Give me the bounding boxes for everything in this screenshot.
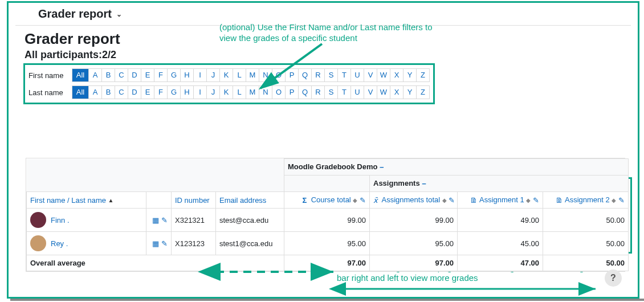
filter-letter[interactable]: Y xyxy=(403,68,417,82)
filter-letter[interactable]: P xyxy=(286,85,299,99)
cell-grade-item[interactable]: 49.00 xyxy=(458,209,543,232)
filter-letter[interactable]: R xyxy=(312,68,325,82)
cell-assignments-total[interactable]: 95.00 xyxy=(370,232,458,255)
filter-letter[interactable]: Z xyxy=(417,85,430,99)
filter-letter[interactable]: K xyxy=(220,68,233,82)
filter-letter[interactable]: I xyxy=(194,85,207,99)
header-assignment-2[interactable]: 🗎 Assignment 2 ◆ ✎ xyxy=(543,192,629,209)
sort-icon[interactable]: ◆ xyxy=(353,197,357,203)
name-filters: First name AllABCDEFGHIJKLMNOPQRSTUVWXYZ… xyxy=(23,63,435,104)
filter-letter[interactable]: I xyxy=(194,68,207,82)
filter-letter[interactable]: Q xyxy=(299,85,312,99)
cell-grade-item[interactable]: 50.00 xyxy=(543,209,629,232)
collapse-icon[interactable]: − xyxy=(380,163,384,172)
header-email[interactable]: Email address xyxy=(216,192,284,209)
grid-icon[interactable]: ▦ xyxy=(152,239,159,248)
cell-name[interactable]: Finn . xyxy=(27,209,146,232)
filter-letter[interactable]: N xyxy=(259,85,272,99)
header-name[interactable]: First name / Last name ▲ xyxy=(27,192,146,209)
filter-letter-all[interactable]: All xyxy=(72,68,89,82)
filter-letter-all[interactable]: All xyxy=(72,85,89,99)
filter-letter[interactable]: O xyxy=(272,85,286,99)
filter-letter[interactable]: T xyxy=(338,68,351,82)
header-assignments-total-label: Assignments total xyxy=(382,195,441,204)
filter-letter[interactable]: N xyxy=(259,68,272,82)
filter-letter[interactable]: D xyxy=(128,68,141,82)
cell-course-total[interactable]: 99.00 xyxy=(284,209,370,232)
filter-letter[interactable]: Z xyxy=(417,68,430,82)
filter-letter[interactable]: K xyxy=(220,85,233,99)
filter-letter[interactable]: R xyxy=(312,85,325,99)
filter-letter[interactable]: B xyxy=(102,68,115,82)
filter-letter[interactable]: O xyxy=(272,68,286,82)
sort-icon[interactable]: ◆ xyxy=(442,197,447,203)
filter-letter[interactable]: P xyxy=(286,68,299,82)
filter-letter[interactable]: D xyxy=(128,85,141,99)
filter-letter[interactable]: A xyxy=(89,85,102,99)
filter-letter[interactable]: S xyxy=(325,68,338,82)
header-course-total[interactable]: Σ Course total ◆ ✎ xyxy=(284,192,370,209)
header-assignment-1[interactable]: 🗎 Assignment 1 ◆ ✎ xyxy=(458,192,543,209)
pencil-icon[interactable]: ✎ xyxy=(161,216,168,225)
filter-letter[interactable]: V xyxy=(364,68,377,82)
pencil-icon[interactable]: ✎ xyxy=(161,239,168,248)
header-idnumber-label: ID number xyxy=(175,196,210,205)
filter-letter[interactable]: F xyxy=(154,68,168,82)
filter-letter[interactable]: F xyxy=(154,85,168,99)
filter-letter[interactable]: C xyxy=(115,85,128,99)
collapse-icon[interactable]: − xyxy=(422,179,426,188)
filter-letter[interactable]: J xyxy=(207,85,220,99)
category-row-assignments: Assignments − xyxy=(27,176,629,192)
filter-letter[interactable]: G xyxy=(168,68,181,82)
sort-firstname[interactable]: First name xyxy=(30,196,65,205)
report-dropdown[interactable]: Grader report ⌄ xyxy=(15,5,631,24)
filter-letter[interactable]: B xyxy=(102,85,115,99)
filter-letter[interactable]: M xyxy=(246,68,259,82)
pencil-icon[interactable]: ✎ xyxy=(360,196,366,205)
filter-letter[interactable]: X xyxy=(390,85,403,99)
filter-letter[interactable]: U xyxy=(351,68,364,82)
filter-letter[interactable]: S xyxy=(325,85,338,99)
filter-letter[interactable]: L xyxy=(233,85,246,99)
cell-idnumber: X123123 xyxy=(172,232,216,255)
filter-letter[interactable]: X xyxy=(390,68,403,82)
filter-letter[interactable]: H xyxy=(181,68,194,82)
filter-letter[interactable]: M xyxy=(246,85,259,99)
student-name[interactable]: Finn . xyxy=(51,216,70,225)
student-name[interactable]: Rey . xyxy=(51,239,68,248)
sort-icon[interactable]: ◆ xyxy=(526,197,531,203)
filter-letter[interactable]: L xyxy=(233,68,246,82)
grade-table-container: Moodle Gradebook Demo − Assignments − Fi… xyxy=(26,158,625,272)
filter-letter[interactable]: A xyxy=(89,68,102,82)
filter-letter[interactable]: Q xyxy=(299,68,312,82)
grid-icon[interactable]: ▦ xyxy=(152,216,159,225)
sigma-icon: Σ xyxy=(303,196,307,205)
filter-letter[interactable]: E xyxy=(141,85,154,99)
filter-letter[interactable]: G xyxy=(168,85,181,99)
filter-letter[interactable]: W xyxy=(377,85,390,99)
filter-letter[interactable]: T xyxy=(338,85,351,99)
cell-assignments-total[interactable]: 99.00 xyxy=(370,209,458,232)
header-idnumber[interactable]: ID number xyxy=(172,192,216,209)
sort-icon[interactable]: ◆ xyxy=(612,197,616,203)
filter-letter[interactable]: U xyxy=(351,85,364,99)
pencil-icon[interactable]: ✎ xyxy=(533,196,539,205)
pencil-icon[interactable]: ✎ xyxy=(449,196,455,205)
filter-letter[interactable]: E xyxy=(141,68,154,82)
cell-grade-item[interactable]: 45.00 xyxy=(458,232,543,255)
sort-lastname[interactable]: Last name xyxy=(71,196,106,205)
pencil-icon[interactable]: ✎ xyxy=(618,196,625,205)
filter-letter[interactable]: J xyxy=(207,68,220,82)
help-button[interactable]: ? xyxy=(605,270,622,287)
cell-grade-item[interactable]: 50.00 xyxy=(543,232,629,255)
header-assignments-total[interactable]: x̄ Assignments total ◆ ✎ xyxy=(370,192,458,209)
filter-letter[interactable]: C xyxy=(115,68,128,82)
filter-letter[interactable]: Y xyxy=(403,85,417,99)
cell-course-total[interactable]: 95.00 xyxy=(284,232,370,255)
category-assignments-label: Assignments xyxy=(373,179,420,187)
lastname-filter-row: Last name AllABCDEFGHIJKLMNOPQRSTUVWXYZ xyxy=(28,85,430,99)
filter-letter[interactable]: H xyxy=(181,85,194,99)
filter-letter[interactable]: W xyxy=(377,68,390,82)
filter-letter[interactable]: V xyxy=(364,85,377,99)
cell-name[interactable]: Rey . xyxy=(27,232,146,255)
